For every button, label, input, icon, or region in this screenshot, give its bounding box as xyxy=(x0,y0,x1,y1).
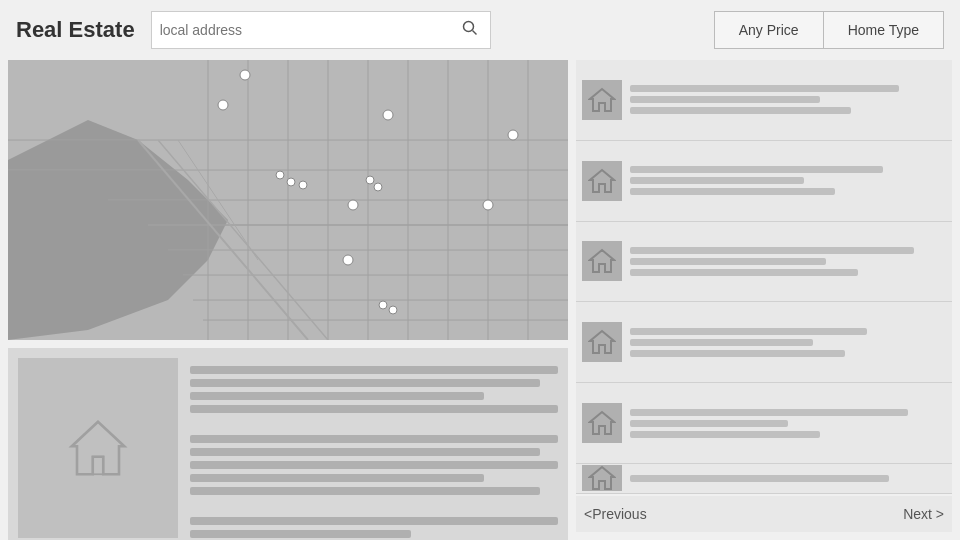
listing-line-1c xyxy=(630,107,851,114)
listing-text-3 xyxy=(630,247,946,276)
listing-line-5a xyxy=(630,409,908,416)
listing-row[interactable] xyxy=(576,464,952,494)
left-column xyxy=(8,60,568,532)
svg-marker-42 xyxy=(590,250,614,272)
listing-line-1b xyxy=(630,96,820,103)
listing-line-1a xyxy=(630,85,899,92)
svg-point-26 xyxy=(383,110,393,120)
svg-marker-44 xyxy=(590,412,614,434)
listing-icon-4 xyxy=(582,322,622,362)
listing-row[interactable] xyxy=(576,60,952,141)
svg-marker-41 xyxy=(590,170,614,192)
detail-line-9 xyxy=(190,487,540,495)
search-input[interactable] xyxy=(160,22,458,38)
detail-spacer-2 xyxy=(190,500,558,512)
listing-home-icon-3 xyxy=(588,247,616,275)
listing-home-icon-6 xyxy=(588,464,616,492)
listing-line-4c xyxy=(630,350,845,357)
listing-text-2 xyxy=(630,166,946,195)
svg-point-31 xyxy=(287,178,295,186)
app-title: Real Estate xyxy=(16,17,135,43)
header: Real Estate Any Price Home Type xyxy=(0,0,960,60)
listing-line-3a xyxy=(630,247,914,254)
svg-point-25 xyxy=(218,100,228,110)
main-content: <Previous Next > xyxy=(0,60,960,540)
detail-line-6 xyxy=(190,448,540,456)
map-svg xyxy=(8,60,568,340)
detail-line-5 xyxy=(190,435,558,443)
svg-point-29 xyxy=(483,200,493,210)
detail-line-2 xyxy=(190,379,540,387)
search-icon xyxy=(462,20,478,36)
detail-line-4 xyxy=(190,405,558,413)
filter-buttons: Any Price Home Type xyxy=(714,11,944,49)
listing-icon-3 xyxy=(582,241,622,281)
listing-home-icon-4 xyxy=(588,328,616,356)
pagination: <Previous Next > xyxy=(576,496,952,532)
svg-point-36 xyxy=(379,301,387,309)
listing-row[interactable] xyxy=(576,383,952,464)
listing-line-3c xyxy=(630,269,858,276)
detail-line-10 xyxy=(190,517,558,525)
detail-thumbnail xyxy=(18,358,178,538)
listing-line-2b xyxy=(630,177,804,184)
search-button[interactable] xyxy=(458,20,482,40)
prev-page-button[interactable]: <Previous xyxy=(584,506,647,522)
listing-text-1 xyxy=(630,85,946,114)
listing-line-4a xyxy=(630,328,867,335)
svg-point-24 xyxy=(240,70,250,80)
listing-text-5 xyxy=(630,409,946,438)
detail-line-3 xyxy=(190,392,484,400)
listing-line-4b xyxy=(630,339,813,346)
svg-rect-39 xyxy=(93,457,104,475)
listing-icon-1 xyxy=(582,80,622,120)
detail-line-8 xyxy=(190,474,484,482)
detail-line-1 xyxy=(190,366,558,374)
svg-point-34 xyxy=(374,183,382,191)
right-column: <Previous Next > xyxy=(576,60,952,532)
listing-line-2c xyxy=(630,188,835,195)
listing-text-6 xyxy=(630,475,946,482)
listing-icon-6 xyxy=(582,465,622,491)
listing-icon-2 xyxy=(582,161,622,201)
svg-point-27 xyxy=(508,130,518,140)
listing-line-2a xyxy=(630,166,883,173)
svg-point-30 xyxy=(276,171,284,179)
detail-line-11 xyxy=(190,530,411,538)
detail-spacer xyxy=(190,418,558,430)
svg-marker-43 xyxy=(590,331,614,353)
home-type-filter-button[interactable]: Home Type xyxy=(823,11,944,49)
svg-marker-45 xyxy=(590,467,614,489)
detail-home-icon xyxy=(63,413,133,483)
listing-row[interactable] xyxy=(576,222,952,303)
detail-line-7 xyxy=(190,461,558,469)
price-filter-button[interactable]: Any Price xyxy=(714,11,823,49)
listing-home-icon-5 xyxy=(588,409,616,437)
listing-row[interactable] xyxy=(576,302,952,383)
listing-home-icon-2 xyxy=(588,167,616,195)
svg-point-35 xyxy=(343,255,353,265)
next-page-button[interactable]: Next > xyxy=(903,506,944,522)
map-container[interactable] xyxy=(8,60,568,340)
svg-marker-40 xyxy=(590,89,614,111)
listing-line-6a xyxy=(630,475,889,482)
listing-icon-5 xyxy=(582,403,622,443)
svg-point-33 xyxy=(366,176,374,184)
svg-point-37 xyxy=(389,306,397,314)
svg-marker-38 xyxy=(72,422,125,475)
svg-point-0 xyxy=(463,22,473,32)
listing-text-4 xyxy=(630,328,946,357)
listing-line-5c xyxy=(630,431,820,438)
svg-point-32 xyxy=(299,181,307,189)
detail-text-area xyxy=(190,358,558,538)
svg-line-1 xyxy=(472,31,476,35)
svg-point-28 xyxy=(348,200,358,210)
search-bar xyxy=(151,11,491,49)
listing-row[interactable] xyxy=(576,141,952,222)
listing-line-5b xyxy=(630,420,788,427)
listings-panel xyxy=(576,60,952,494)
listing-line-3b xyxy=(630,258,826,265)
listing-home-icon-1 xyxy=(588,86,616,114)
detail-panel xyxy=(8,348,568,540)
